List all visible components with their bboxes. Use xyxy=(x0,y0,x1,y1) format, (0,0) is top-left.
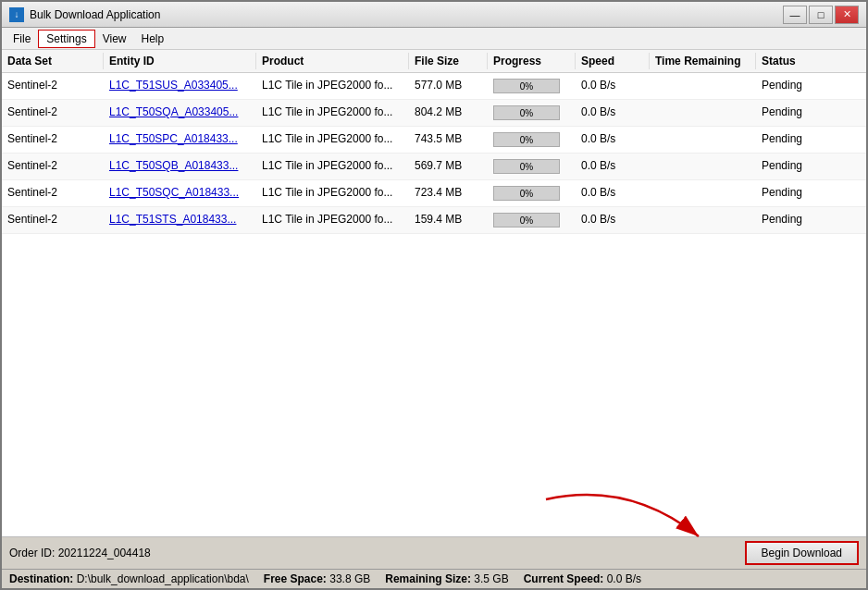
menu-settings[interactable]: Settings xyxy=(38,30,94,48)
progress-bar-1: 0% xyxy=(493,105,560,120)
cell-filesize-0: 577.0 MB xyxy=(409,76,488,96)
cell-filesize-3: 569.7 MB xyxy=(409,156,488,177)
progress-bar-2: 0% xyxy=(493,132,560,147)
progress-bar-3: 0% xyxy=(493,159,560,174)
table-row: Sentinel-2 L1C_T50SQB_A018433... L1C Til… xyxy=(2,154,866,180)
order-id-label: Order ID: 20211224_004418 xyxy=(9,547,151,559)
table-row: Sentinel-2 L1C_T51SUS_A033405... L1C Til… xyxy=(2,73,866,100)
col-entity-id: Entity ID xyxy=(104,53,256,69)
cell-dataset-2: Sentinel-2 xyxy=(2,129,104,150)
progress-bar-5: 0% xyxy=(493,213,560,227)
col-speed: Speed xyxy=(576,53,650,69)
title-bar: ↓ Bulk Download Application — □ ✕ xyxy=(2,2,866,28)
destination-label: Destination: D:\bulk_download_applicatio… xyxy=(9,572,249,585)
order-id-value: 20211224_004418 xyxy=(58,547,151,559)
cell-filesize-1: 804.2 MB xyxy=(409,103,488,123)
window-title: Bulk Download Application xyxy=(30,8,783,21)
cell-speed-5: 0.0 B/s xyxy=(576,210,650,230)
cell-entity-id-2[interactable]: L1C_T50SPC_A018433... xyxy=(104,129,256,150)
cell-filesize-2: 743.5 MB xyxy=(409,129,488,150)
free-space: Free Space: 33.8 GB xyxy=(264,572,370,585)
col-status: Status xyxy=(756,53,839,69)
cell-time-2 xyxy=(650,129,756,150)
cell-filesize-5: 159.4 MB xyxy=(409,210,488,230)
cell-time-1 xyxy=(650,103,756,123)
cell-dataset-4: Sentinel-2 xyxy=(2,183,104,203)
remaining-size: Remaining Size: 3.5 GB xyxy=(385,572,508,585)
cell-status-3: Pending xyxy=(756,156,839,177)
table-row: Sentinel-2 L1C_T51STS_A018433... L1C Til… xyxy=(2,207,866,234)
cell-progress-4: 0% xyxy=(488,183,576,203)
progress-text-0: 0% xyxy=(520,81,533,92)
cell-entity-id-3[interactable]: L1C_T50SQB_A018433... xyxy=(104,156,256,177)
table-header: Data Set Entity ID Product File Size Pro… xyxy=(2,50,866,73)
current-speed: Current Speed: 0.0 B/s xyxy=(524,572,641,585)
cell-time-4 xyxy=(650,183,756,203)
progress-bar-0: 0% xyxy=(493,79,560,93)
menu-bar: File Settings View Help xyxy=(2,28,866,50)
progress-text-5: 0% xyxy=(520,215,533,226)
cell-time-5 xyxy=(650,210,756,230)
cell-progress-0: 0% xyxy=(488,76,576,96)
cell-status-1: Pending xyxy=(756,103,839,123)
menu-file[interactable]: File xyxy=(6,31,38,47)
cell-product-1: L1C Tile in JPEG2000 fo... xyxy=(256,103,409,123)
cell-speed-1: 0.0 B/s xyxy=(576,103,650,123)
cell-status-4: Pending xyxy=(756,183,839,203)
progress-text-2: 0% xyxy=(520,135,533,145)
close-button[interactable]: ✕ xyxy=(835,6,859,24)
app-window: ↓ Bulk Download Application — □ ✕ File S… xyxy=(0,0,868,590)
begin-download-button[interactable]: Begin Download xyxy=(745,541,859,565)
table-row: Sentinel-2 L1C_T50SPC_A018433... L1C Til… xyxy=(2,127,866,154)
cell-progress-5: 0% xyxy=(488,210,576,230)
progress-text-1: 0% xyxy=(520,108,533,118)
cell-speed-3: 0.0 B/s xyxy=(576,156,650,177)
cell-speed-2: 0.0 B/s xyxy=(576,129,650,150)
cell-entity-id-4[interactable]: L1C_T50SQC_A018433... xyxy=(104,183,256,203)
remaining-size-value: 3.5 GB xyxy=(474,572,508,585)
cell-progress-3: 0% xyxy=(488,156,576,177)
col-time-remaining: Time Remaining xyxy=(650,53,756,69)
cell-status-5: Pending xyxy=(756,210,839,230)
cell-status-2: Pending xyxy=(756,129,839,150)
cell-speed-4: 0.0 B/s xyxy=(576,183,650,203)
order-id-label-text: Order ID: xyxy=(9,547,55,559)
cell-dataset-0: Sentinel-2 xyxy=(2,76,104,96)
cell-progress-2: 0% xyxy=(488,129,576,150)
free-space-value: 33.8 GB xyxy=(329,572,370,585)
app-icon: ↓ xyxy=(9,7,24,22)
cell-progress-1: 0% xyxy=(488,103,576,123)
cell-speed-0: 0.0 B/s xyxy=(576,76,650,96)
cell-time-3 xyxy=(650,156,756,177)
cell-product-3: L1C Tile in JPEG2000 fo... xyxy=(256,156,409,177)
col-progress: Progress xyxy=(488,53,576,69)
cell-product-2: L1C Tile in JPEG2000 fo... xyxy=(256,129,409,150)
cell-dataset-5: Sentinel-2 xyxy=(2,210,104,230)
menu-help[interactable]: Help xyxy=(134,31,172,47)
cell-entity-id-5[interactable]: L1C_T51STS_A018433... xyxy=(104,210,256,230)
cell-dataset-1: Sentinel-2 xyxy=(2,103,104,123)
destination-value: D:\bulk_download_application\bda\ xyxy=(77,572,249,585)
cell-product-4: L1C Tile in JPEG2000 fo... xyxy=(256,183,409,203)
order-id-area: Order ID: 20211224_004418 Begin Download xyxy=(2,536,866,569)
window-controls: — □ ✕ xyxy=(783,6,859,24)
current-speed-value: 0.0 B/s xyxy=(607,572,641,585)
cell-time-0 xyxy=(650,76,756,96)
progress-text-3: 0% xyxy=(520,162,533,172)
col-file-size: File Size xyxy=(409,53,488,69)
cell-dataset-3: Sentinel-2 xyxy=(2,156,104,177)
table-row: Sentinel-2 L1C_T50SQC_A018433... L1C Til… xyxy=(2,180,866,207)
maximize-button[interactable]: □ xyxy=(809,6,833,24)
progress-bar-4: 0% xyxy=(493,186,560,201)
content-area: Data Set Entity ID Product File Size Pro… xyxy=(2,50,866,536)
cell-status-0: Pending xyxy=(756,76,839,96)
table-row: Sentinel-2 L1C_T50SQA_A033405... L1C Til… xyxy=(2,100,866,127)
cell-entity-id-1[interactable]: L1C_T50SQA_A033405... xyxy=(104,103,256,123)
cell-entity-id-0[interactable]: L1C_T51SUS_A033405... xyxy=(104,76,256,96)
cell-product-0: L1C Tile in JPEG2000 fo... xyxy=(256,76,409,96)
minimize-button[interactable]: — xyxy=(783,6,807,24)
cell-product-5: L1C Tile in JPEG2000 fo... xyxy=(256,210,409,230)
col-product: Product xyxy=(256,53,409,69)
status-bar: Destination: D:\bulk_download_applicatio… xyxy=(2,569,866,588)
menu-view[interactable]: View xyxy=(95,31,134,47)
